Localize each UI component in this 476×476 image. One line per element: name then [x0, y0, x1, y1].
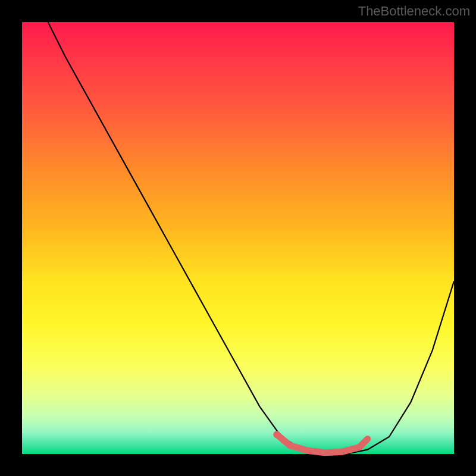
highlight-dot: [286, 441, 293, 449]
chart-svg: [22, 22, 454, 454]
watermark-text: TheBottleneck.com: [358, 4, 470, 19]
bottleneck-curve-line: [48, 22, 454, 454]
highlight-dot: [273, 431, 280, 438]
chart-plot-area: [22, 22, 454, 454]
